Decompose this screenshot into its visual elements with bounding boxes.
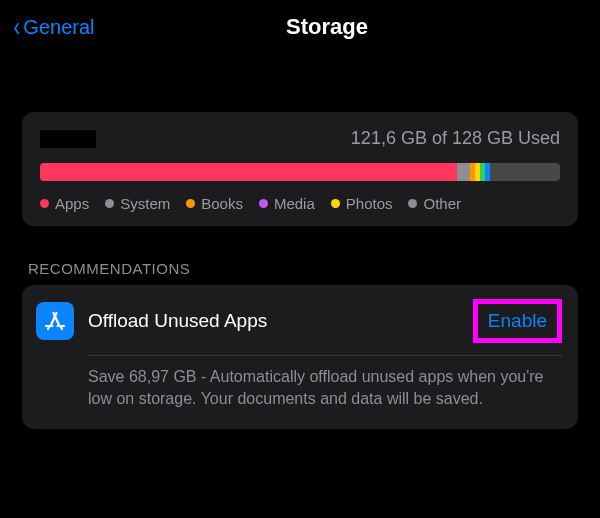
title-wrap: Storage (232, 14, 368, 40)
page-title: Storage (286, 14, 368, 40)
legend-item-system: System (105, 195, 170, 212)
legend-item-apps: Apps (40, 195, 89, 212)
storage-bar (40, 163, 560, 181)
legend-label: Other (423, 195, 461, 212)
app-store-icon (36, 302, 74, 340)
legend-dot-icon (105, 199, 114, 208)
recommendation-title: Offload Unused Apps (88, 310, 473, 332)
legend-label: Media (274, 195, 315, 212)
highlight-box: Enable (473, 299, 562, 343)
legend-label: Books (201, 195, 243, 212)
back-label: General (23, 16, 94, 39)
svg-line-5 (61, 327, 62, 329)
legend-label: Photos (346, 195, 393, 212)
back-button[interactable]: ‹ General (12, 13, 94, 41)
legend-dot-icon (331, 199, 340, 208)
legend-dot-icon (40, 199, 49, 208)
redacted-block (232, 16, 282, 38)
divider (88, 355, 562, 356)
legend-item-media: Media (259, 195, 315, 212)
legend-label: System (120, 195, 170, 212)
storage-card: 121,6 GB of 128 GB Used AppsSystemBooksM… (22, 112, 578, 226)
legend-dot-icon (259, 199, 268, 208)
legend-item-books: Books (186, 195, 243, 212)
legend-item-other: Other (408, 195, 461, 212)
legend-item-photos: Photos (331, 195, 393, 212)
legend-dot-icon (186, 199, 195, 208)
storage-segment-free (490, 163, 560, 181)
storage-segment-system (457, 163, 469, 181)
storage-legend: AppsSystemBooksMediaPhotosOther (40, 195, 560, 212)
chevron-left-icon: ‹ (13, 13, 20, 41)
recommendations-header: RECOMMENDATIONS (22, 260, 578, 277)
svg-line-4 (48, 327, 49, 329)
recommendation-description: Save 68,97 GB - Automatically offload un… (88, 366, 562, 411)
storage-usage-text: 121,6 GB of 128 GB Used (351, 128, 560, 149)
redacted-device-name (40, 130, 96, 148)
enable-button[interactable]: Enable (488, 310, 547, 332)
storage-segment-apps (40, 163, 457, 181)
recommendation-card[interactable]: Offload Unused Apps Enable Save 68,97 GB… (22, 285, 578, 429)
legend-label: Apps (55, 195, 89, 212)
header-bar: ‹ General Storage (0, 0, 600, 54)
legend-dot-icon (408, 199, 417, 208)
